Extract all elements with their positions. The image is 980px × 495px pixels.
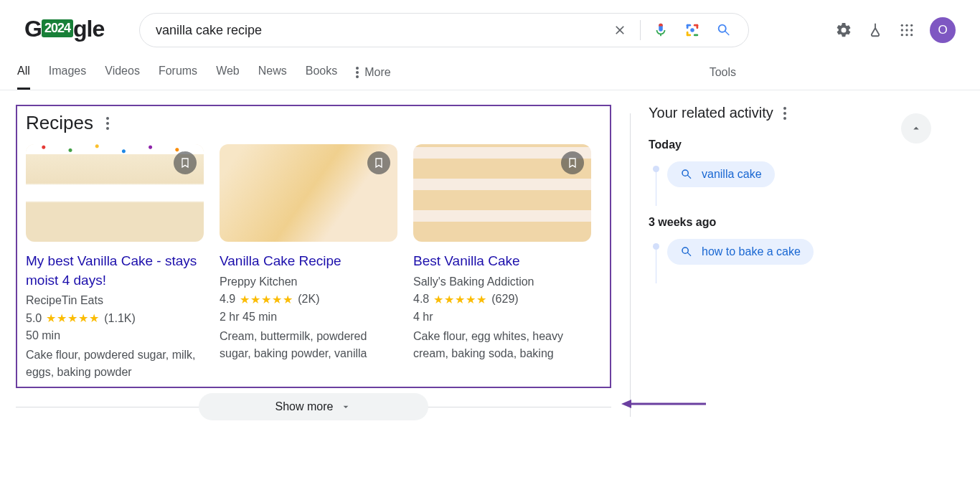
search-icon (680, 245, 693, 258)
rating-count: (1.1K) (104, 312, 136, 325)
chip-label: vanilla cake (702, 168, 762, 181)
svg-point-16 (910, 34, 913, 36)
rating-value: 4.9 (220, 293, 235, 306)
lens-icon[interactable] (684, 22, 701, 39)
rating-count: (2K) (298, 293, 319, 306)
timeline-dot (653, 243, 659, 250)
cook-time: 50 min (26, 329, 204, 342)
svg-point-13 (910, 29, 913, 31)
voice-search-icon[interactable] (652, 22, 669, 39)
annotation-arrow (621, 399, 706, 409)
svg-point-21 (106, 122, 109, 125)
apps-icon[interactable] (898, 22, 915, 39)
related-activity-chip[interactable]: vanilla cake (667, 161, 775, 187)
recipe-thumbnail[interactable] (220, 144, 397, 242)
tab-news[interactable]: News (258, 65, 287, 90)
tab-videos[interactable]: Videos (105, 65, 140, 90)
chevron-down-icon (340, 401, 352, 412)
settings-icon[interactable] (835, 22, 852, 39)
svg-point-9 (905, 24, 908, 27)
bookmark-icon[interactable] (174, 151, 197, 174)
chip-label: how to bake a cake (702, 245, 801, 258)
bookmark-icon[interactable] (367, 151, 390, 174)
rating-count: (629) (491, 293, 518, 306)
google-logo[interactable]: G2024gle (24, 16, 110, 44)
svg-point-10 (910, 24, 913, 27)
svg-point-17 (356, 67, 359, 70)
collapse-icon[interactable] (901, 113, 931, 143)
recipe-thumbnail[interactable] (413, 144, 591, 242)
svg-rect-5 (687, 32, 689, 36)
recipe-rating: 4.9 ★★★★★ (2K) (220, 293, 397, 306)
svg-point-8 (901, 24, 903, 27)
recipes-heading: Recipes (26, 112, 93, 134)
recipe-rating: 5.0 ★★★★★ (1.1K) (26, 311, 204, 325)
related-section-label: 3 weeks ago (649, 216, 953, 229)
tab-all[interactable]: All (17, 65, 30, 90)
show-more-label: Show more (275, 400, 334, 413)
recipe-title-link[interactable]: My best Vanilla Cake - stays moist 4 day… (26, 252, 204, 290)
tab-web[interactable]: Web (216, 65, 240, 90)
search-nav-tabs: All Images Videos Forums Web News Books … (0, 47, 980, 90)
timeline-dot (653, 166, 659, 172)
ingredients: Cake flour, powdered sugar, milk, eggs, … (26, 346, 204, 381)
search-icon[interactable] (715, 22, 732, 39)
svg-point-23 (783, 107, 786, 110)
bookmark-icon[interactable] (561, 151, 584, 174)
svg-rect-1 (687, 24, 689, 29)
tab-more-label: More (364, 66, 390, 79)
tab-images[interactable]: Images (49, 65, 86, 90)
tab-forums[interactable]: Forums (159, 65, 197, 90)
svg-rect-6 (694, 34, 698, 37)
recipe-title-link[interactable]: Best Vanilla Cake (413, 252, 591, 271)
svg-point-15 (905, 34, 908, 36)
svg-point-24 (783, 112, 786, 115)
recipe-source: Preppy Kitchen (220, 275, 397, 288)
recipe-thumbnail[interactable] (26, 144, 204, 242)
search-bar[interactable] (139, 13, 749, 47)
related-menu-icon[interactable] (783, 107, 786, 120)
svg-point-18 (356, 71, 359, 74)
svg-point-25 (783, 117, 786, 120)
recipes-menu-icon[interactable] (106, 117, 109, 130)
cook-time: 4 hr (413, 311, 591, 324)
ingredients: Cake flour, egg whites, heavy cream, bak… (413, 328, 591, 362)
svg-point-12 (905, 29, 908, 31)
recipes-panel: Recipes My best Vanilla Cake - stays moi… (16, 105, 611, 388)
related-activity-chip[interactable]: how to bake a cake (667, 239, 814, 265)
clear-icon[interactable] (611, 22, 628, 39)
search-input[interactable] (154, 22, 604, 39)
svg-point-11 (901, 29, 903, 31)
search-icon (680, 168, 693, 181)
tab-books[interactable]: Books (306, 65, 337, 90)
svg-point-20 (106, 117, 109, 120)
stars-icon: ★★★★★ (46, 311, 100, 325)
cook-time: 2 hr 45 min (220, 311, 397, 324)
svg-point-14 (901, 34, 903, 36)
tab-more[interactable]: More (356, 65, 390, 90)
vertical-divider (630, 113, 631, 417)
recipe-card: Best Vanilla Cake Sally's Baking Addicti… (413, 144, 591, 381)
stars-icon: ★★★★★ (433, 293, 487, 306)
show-more-button[interactable]: Show more (199, 393, 428, 420)
stars-icon: ★★★★★ (240, 293, 293, 306)
recipe-card: My best Vanilla Cake - stays moist 4 day… (26, 144, 204, 381)
related-activity-heading: Your related activity (649, 105, 773, 121)
recipe-title-link[interactable]: Vanilla Cake Recipe (220, 252, 397, 271)
svg-point-19 (356, 75, 359, 78)
search-divider (640, 20, 641, 40)
labs-icon[interactable] (867, 22, 884, 39)
recipe-source: RecipeTin Eats (26, 294, 204, 307)
svg-point-22 (106, 127, 109, 130)
rating-value: 5.0 (26, 312, 42, 325)
account-avatar[interactable]: O (930, 17, 956, 43)
svg-rect-3 (697, 24, 699, 29)
recipe-card: Vanilla Cake Recipe Preppy Kitchen 4.9 ★… (220, 144, 397, 381)
rating-value: 4.8 (413, 293, 429, 306)
tools-button[interactable]: Tools (710, 66, 736, 89)
recipe-source: Sally's Baking Addiction (413, 275, 591, 288)
ingredients: Cream, buttermilk, powdered sugar, bakin… (220, 328, 397, 362)
recipe-rating: 4.8 ★★★★★ (629) (413, 293, 591, 306)
svg-point-7 (690, 28, 694, 32)
